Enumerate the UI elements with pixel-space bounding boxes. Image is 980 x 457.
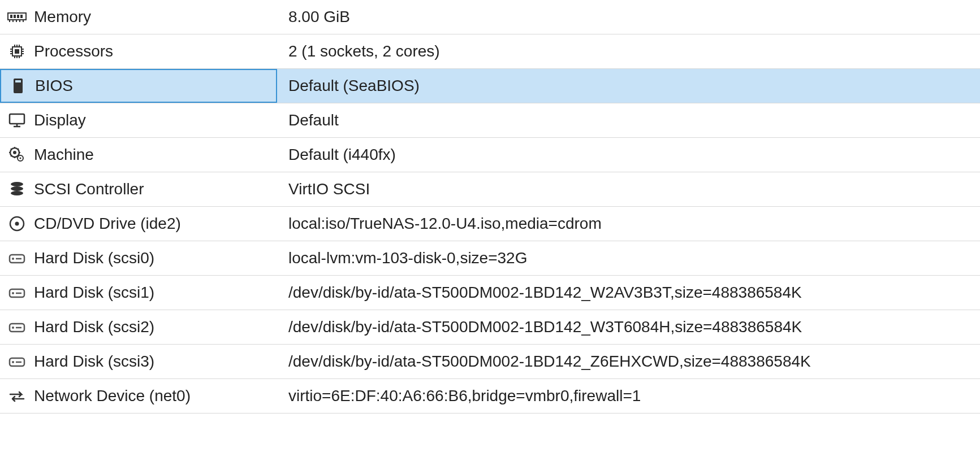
memory-icon <box>0 11 34 23</box>
disc-icon <box>0 215 34 232</box>
table-row[interactable]: Hard Disk (scsi3) /dev/disk/by-id/ata-ST… <box>0 345 980 379</box>
row-label: BIOS <box>35 77 73 95</box>
svg-rect-4 <box>20 15 23 18</box>
row-value: /dev/disk/by-id/ata-ST500DM002-1BD142_W2… <box>288 284 802 302</box>
row-value: 2 (1 sockets, 2 cores) <box>288 42 440 60</box>
table-row[interactable]: Hard Disk (scsi0) local-lvm:vm-103-disk-… <box>0 241 980 276</box>
row-value: local:iso/TrueNAS-12.0-U4.iso,media=cdro… <box>288 215 602 233</box>
row-value: Default <box>288 111 339 129</box>
row-value: VirtIO SCSI <box>288 180 370 198</box>
table-row[interactable]: Hard Disk (scsi1) /dev/disk/by-id/ata-ST… <box>0 276 980 310</box>
hardware-list: Memory 8.00 GiB Processors 2 (1 sockets,… <box>0 0 980 414</box>
row-label: SCSI Controller <box>34 180 144 198</box>
svg-point-32 <box>20 158 21 159</box>
table-row[interactable]: Display Default <box>0 103 980 138</box>
svg-rect-25 <box>15 80 21 82</box>
table-row[interactable]: SCSI Controller VirtIO SCSI <box>0 172 980 207</box>
storage-icon <box>0 181 34 198</box>
row-label: Hard Disk (scsi2) <box>34 318 154 336</box>
row-value: Default (i440fx) <box>288 146 396 164</box>
row-value: Default (SeaBIOS) <box>288 77 420 95</box>
machine-icon <box>0 146 34 164</box>
svg-rect-3 <box>17 15 19 18</box>
row-value: /dev/disk/by-id/ata-ST500DM002-1BD142_Z6… <box>288 352 811 371</box>
network-icon <box>0 389 34 403</box>
row-label: Machine <box>34 146 94 164</box>
row-label: Hard Disk (scsi1) <box>34 284 154 302</box>
svg-point-34 <box>11 186 23 191</box>
cpu-icon <box>0 42 34 60</box>
row-value: local-lvm:vm-103-disk-0,size=32G <box>288 249 527 267</box>
svg-rect-26 <box>10 114 24 124</box>
table-row[interactable]: BIOS Default (SeaBIOS) <box>0 69 980 103</box>
row-label: Processors <box>34 42 113 60</box>
row-value: /dev/disk/by-id/ata-ST500DM002-1BD142_W3… <box>288 318 802 336</box>
display-icon <box>0 112 34 128</box>
row-label: CD/DVD Drive (ide2) <box>34 215 181 233</box>
bios-icon <box>1 77 35 94</box>
svg-rect-2 <box>14 15 16 18</box>
row-label: Memory <box>34 8 91 26</box>
row-label: Display <box>34 111 86 129</box>
svg-point-35 <box>11 191 23 195</box>
svg-point-42 <box>12 292 14 294</box>
hdd-icon <box>0 286 34 299</box>
svg-point-48 <box>12 361 14 363</box>
svg-rect-11 <box>15 49 19 54</box>
row-label: Hard Disk (scsi0) <box>34 249 154 267</box>
row-label: Network Device (net0) <box>34 387 191 405</box>
svg-point-30 <box>13 151 16 154</box>
svg-point-45 <box>12 327 14 329</box>
hdd-icon <box>0 320 34 334</box>
row-value: 8.00 GiB <box>288 8 350 26</box>
svg-rect-1 <box>10 15 12 18</box>
table-row[interactable]: Processors 2 (1 sockets, 2 cores) <box>0 34 980 69</box>
table-row[interactable]: Hard Disk (scsi2) /dev/disk/by-id/ata-ST… <box>0 310 980 345</box>
svg-point-37 <box>15 222 19 226</box>
row-label: Hard Disk (scsi3) <box>34 352 154 371</box>
table-row[interactable]: CD/DVD Drive (ide2) local:iso/TrueNAS-12… <box>0 207 980 241</box>
hdd-icon <box>0 251 34 265</box>
svg-point-39 <box>12 258 14 260</box>
table-row[interactable]: Machine Default (i440fx) <box>0 138 980 172</box>
row-value: virtio=6E:DF:40:A6:66:B6,bridge=vmbr0,fi… <box>288 387 641 405</box>
hdd-icon <box>0 355 34 368</box>
table-row[interactable]: Network Device (net0) virtio=6E:DF:40:A6… <box>0 379 980 414</box>
table-row[interactable]: Memory 8.00 GiB <box>0 0 980 34</box>
svg-point-33 <box>11 182 23 186</box>
